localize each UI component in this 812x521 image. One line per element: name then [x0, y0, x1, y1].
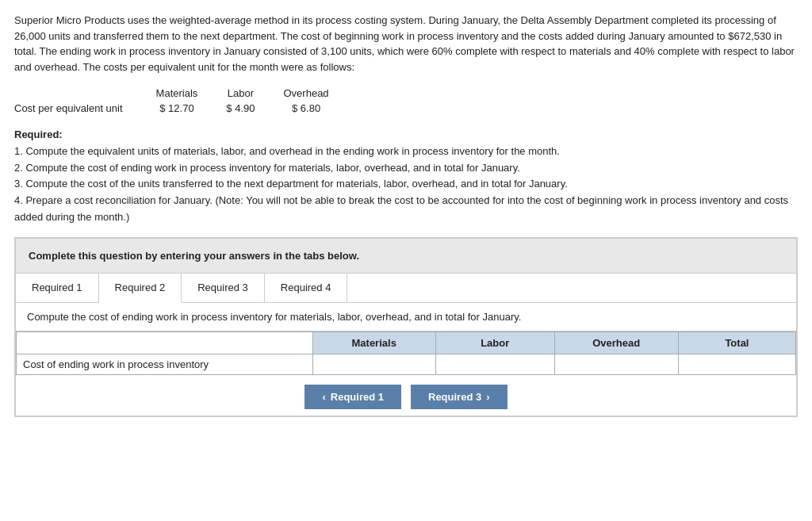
total-input-cell[interactable] — [678, 354, 795, 374]
col-materials: Materials — [312, 331, 435, 354]
row-label: Cost of ending work in process inventory — [17, 354, 313, 374]
cost-table: Materials Labor Overhead Total Cost of e… — [16, 331, 796, 375]
materials-value: $ 12.70 — [142, 101, 213, 116]
tab-required-2[interactable]: Required 2 — [99, 274, 182, 303]
tab-required-1[interactable]: Required 1 — [16, 274, 99, 302]
tab-required-3[interactable]: Required 3 — [182, 274, 265, 302]
labor-input[interactable] — [436, 354, 554, 374]
next-label: Required 3 — [428, 391, 481, 403]
complete-box: Complete this question by entering your … — [15, 238, 797, 274]
required-item-1: 1. Compute the equivalent units of mater… — [14, 145, 560, 157]
table-row: Cost of ending work in process inventory — [17, 354, 796, 374]
intro-paragraph: Superior Micro Products uses the weighte… — [14, 13, 798, 75]
col-overhead: Overhead — [554, 331, 678, 354]
overhead-input-cell[interactable] — [554, 354, 678, 374]
tabs-row: Required 1 Required 2 Required 3 Require… — [16, 274, 796, 303]
col-labor: Labor — [435, 331, 554, 354]
required-title: Required: — [14, 128, 63, 140]
required-item-3: 3. Compute the cost of the units transfe… — [14, 178, 568, 190]
cost-per-unit-table: Materials Labor Overhead Cost per equiva… — [14, 86, 343, 116]
labor-header: Labor — [212, 86, 269, 101]
overhead-value: $ 6.80 — [270, 101, 343, 116]
next-arrow: › — [486, 391, 489, 403]
materials-header: Materials — [142, 86, 213, 101]
labor-input-cell[interactable] — [435, 354, 554, 374]
cost-row-label: Cost per equivalent unit — [14, 101, 142, 116]
required-item-2: 2. Compute the cost of ending work in pr… — [14, 162, 520, 174]
next-button[interactable]: Required 3 › — [411, 385, 508, 409]
complete-box-text: Complete this question by entering your … — [29, 250, 359, 262]
required-item-4: 4. Prepare a cost reconciliation for Jan… — [14, 194, 788, 223]
materials-input-cell[interactable] — [312, 354, 435, 374]
tab-content: Compute the cost of ending work in proce… — [16, 303, 796, 416]
prev-arrow: ‹ — [322, 391, 325, 403]
nav-buttons: ‹ Required 1 Required 3 › — [16, 375, 796, 416]
total-input[interactable] — [679, 354, 795, 374]
prev-button[interactable]: ‹ Required 1 — [304, 385, 401, 409]
tab-required-4[interactable]: Required 4 — [265, 274, 348, 302]
materials-input[interactable] — [313, 354, 435, 374]
overhead-input[interactable] — [555, 354, 678, 374]
labor-value: $ 4.90 — [212, 101, 269, 116]
col-total: Total — [678, 331, 795, 354]
question-container: Complete this question by entering your … — [14, 237, 798, 417]
tabs-container: Required 1 Required 2 Required 3 Require… — [15, 274, 797, 416]
overhead-header: Overhead — [270, 86, 343, 101]
prev-label: Required 1 — [331, 391, 384, 403]
required-section: Required: 1. Compute the equivalent unit… — [14, 127, 798, 226]
tab-description: Compute the cost of ending work in proce… — [16, 303, 796, 331]
